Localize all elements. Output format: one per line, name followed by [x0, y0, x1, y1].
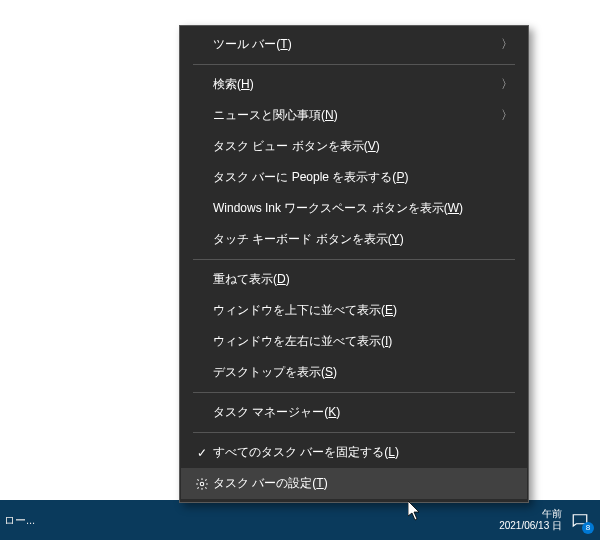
menu-item-label: タスク バーに People を表示する(P) [213, 169, 499, 186]
menu-item-label: ウィンドウを上下に並べて表示(E) [213, 302, 499, 319]
menu-item[interactable]: ツール バー(T)〉 [181, 29, 527, 60]
menu-separator [193, 259, 515, 260]
menu-item-label: タスク マネージャー(K) [213, 404, 499, 421]
menu-item-label: ツール バー(T) [213, 36, 499, 53]
taskbar-clock[interactable]: 午前 2021/06/13 日 [499, 508, 562, 532]
taskbar[interactable]: ロー... 午前 2021/06/13 日 8 [0, 500, 600, 540]
menu-item-label: 検索(H) [213, 76, 499, 93]
menu-item[interactable]: タスク バーの設定(T) [181, 468, 527, 499]
menu-item[interactable]: 重ねて表示(D) [181, 264, 527, 295]
menu-item[interactable]: 検索(H)〉 [181, 69, 527, 100]
menu-item-label: タッチ キーボード ボタンを表示(Y) [213, 231, 499, 248]
menu-separator [193, 432, 515, 433]
menu-item-label: 重ねて表示(D) [213, 271, 499, 288]
chevron-right-icon: 〉 [499, 36, 513, 53]
taskbar-left-label: ロー... [0, 513, 35, 528]
menu-item[interactable]: タスク バーに People を表示する(P) [181, 162, 527, 193]
menu-separator [193, 64, 515, 65]
chevron-right-icon: 〉 [499, 76, 513, 93]
menu-item-label: ニュースと関心事項(N) [213, 107, 499, 124]
menu-item-label: デスクトップを表示(S) [213, 364, 499, 381]
menu-item[interactable]: タスク ビュー ボタンを表示(V) [181, 131, 527, 162]
menu-item[interactable]: タスク マネージャー(K) [181, 397, 527, 428]
menu-item[interactable]: ニュースと関心事項(N)〉 [181, 100, 527, 131]
menu-item-label: Windows Ink ワークスペース ボタンを表示(W) [213, 200, 499, 217]
svg-point-0 [200, 482, 204, 486]
notifications-icon[interactable]: 8 [568, 508, 592, 532]
check-icon: ✓ [191, 446, 213, 460]
clock-line2: 2021/06/13 日 [499, 520, 562, 532]
taskbar-context-menu: ツール バー(T)〉検索(H)〉ニュースと関心事項(N)〉タスク ビュー ボタン… [179, 25, 529, 503]
taskbar-tray: 午前 2021/06/13 日 8 [499, 508, 600, 532]
menu-item[interactable]: タッチ キーボード ボタンを表示(Y) [181, 224, 527, 255]
menu-item-label: ウィンドウを左右に並べて表示(I) [213, 333, 499, 350]
menu-item[interactable]: ウィンドウを左右に並べて表示(I) [181, 326, 527, 357]
chevron-right-icon: 〉 [499, 107, 513, 124]
gear-icon [191, 477, 213, 491]
menu-separator [193, 392, 515, 393]
menu-item[interactable]: Windows Ink ワークスペース ボタンを表示(W) [181, 193, 527, 224]
notification-badge: 8 [582, 522, 594, 534]
menu-item[interactable]: ウィンドウを上下に並べて表示(E) [181, 295, 527, 326]
clock-line1: 午前 [499, 508, 562, 520]
menu-item-label: すべてのタスク バーを固定する(L) [213, 444, 499, 461]
menu-item[interactable]: ✓すべてのタスク バーを固定する(L) [181, 437, 527, 468]
menu-item-label: タスク バーの設定(T) [213, 475, 499, 492]
menu-item[interactable]: デスクトップを表示(S) [181, 357, 527, 388]
menu-item-label: タスク ビュー ボタンを表示(V) [213, 138, 499, 155]
